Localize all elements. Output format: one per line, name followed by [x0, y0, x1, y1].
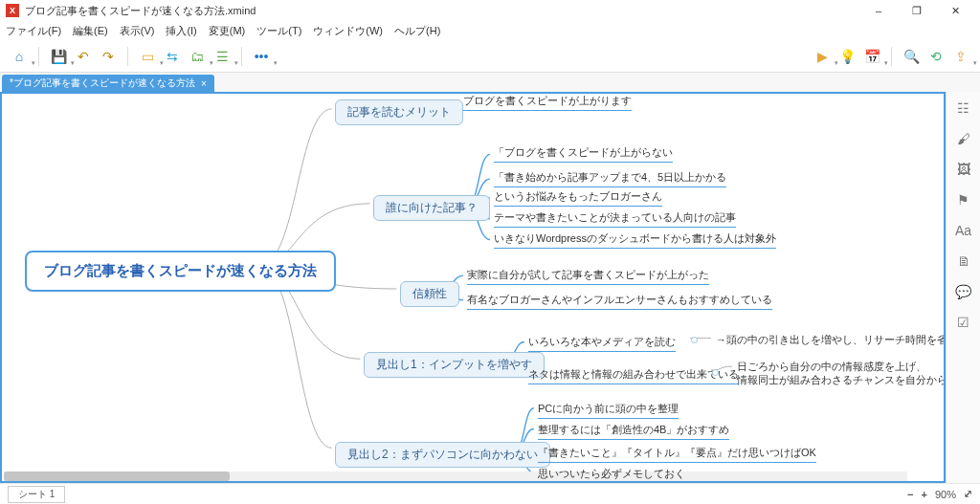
menu-file[interactable]: ファイル(F): [6, 24, 61, 38]
topic-trust[interactable]: 信頼性: [400, 281, 459, 307]
leaf[interactable]: 有名なブロガーさんやインフルエンサーさんもおすすめしている: [467, 293, 772, 310]
share-icon[interactable]: ⟲: [926, 47, 946, 66]
close-button[interactable]: ✕: [936, 0, 974, 21]
format-icon[interactable]: 🖌: [953, 128, 974, 149]
window-title: ブログ記事を書くスピードが速くなる方法.xmind: [25, 4, 256, 18]
relationship-icon[interactable]: ⇆: [163, 47, 182, 66]
more-icon[interactable]: •••: [252, 47, 271, 66]
document-tabs: *ブログ記事を書くスピードが速くなる方法 ×: [0, 73, 980, 92]
app-logo: X: [6, 4, 19, 17]
zoom-out-button[interactable]: −: [907, 489, 913, 500]
leaf[interactable]: 日ごろから自分の中の情報感度を上げ、: [737, 360, 926, 374]
export-icon[interactable]: ⇪: [951, 47, 970, 66]
menu-window[interactable]: ウィンドウ(W): [313, 24, 383, 38]
menu-edit[interactable]: 編集(E): [73, 24, 108, 38]
notes-icon[interactable]: 🗎: [953, 251, 974, 272]
status-bar: シート 1 − + 90% ⤢: [0, 483, 980, 504]
leaf[interactable]: 「書き始めから記事アップまで4、5日以上かかる: [494, 170, 726, 187]
leaf[interactable]: いきなりWordpressのダッシュボードから書ける人は対象外: [494, 231, 776, 249]
tab-label: *ブログ記事を書くスピードが速くなる方法: [10, 77, 195, 90]
topic-merit[interactable]: 記事を読むメリット: [335, 99, 463, 125]
leaf[interactable]: というお悩みをもったブロガーさん: [494, 189, 662, 207]
leaf[interactable]: ネタは情報と情報の組み合わせで出来ている: [528, 367, 739, 384]
menu-help[interactable]: ヘルプ(H): [394, 24, 440, 38]
collapse-dot[interactable]: [712, 369, 719, 376]
zoom-in-button[interactable]: +: [922, 489, 927, 500]
task-icon[interactable]: ☑: [953, 312, 974, 333]
leaf[interactable]: →頭の中の引き出しを増やし、リサーチ時間を省略・短縮する: [716, 333, 946, 347]
gantt-icon[interactable]: 📅: [862, 47, 881, 66]
maximize-button[interactable]: ❐: [898, 0, 936, 21]
menu-bar: ファイル(F) 編集(E) 表示(V) 挿入(I) 変更(M) ツール(T) ウ…: [0, 21, 980, 40]
menu-tool[interactable]: ツール(T): [256, 24, 301, 38]
separator: [891, 47, 892, 66]
leaf[interactable]: 実際に自分が試して記事を書くスピードが上がった: [467, 268, 709, 285]
leaf[interactable]: 「ブログを書くスピードが上がらない: [494, 145, 673, 163]
leaf[interactable]: 整理するには「創造性の4B」がおすすめ: [538, 423, 729, 440]
scrollbar-thumb[interactable]: [4, 471, 230, 481]
summary-icon[interactable]: ☰: [212, 47, 232, 66]
zoom-level: 90%: [935, 489, 956, 500]
zoom-fit-button[interactable]: ⤢: [964, 488, 972, 500]
menu-view[interactable]: 表示(V): [120, 24, 155, 38]
search-icon[interactable]: 🔍: [902, 47, 921, 66]
right-sidebar: ☷ 🖌 🖼 ⚑ Aa 🗎 💬 ☑: [946, 92, 980, 483]
separator: [127, 47, 128, 66]
separator: [38, 47, 39, 66]
leaf[interactable]: ブログを書くスピードが上がります: [463, 94, 632, 111]
tab-active[interactable]: *ブログ記事を書くスピードが速くなる方法 ×: [2, 75, 214, 92]
separator: [241, 47, 242, 66]
minimize-button[interactable]: –: [859, 0, 898, 21]
topic-target[interactable]: 誰に向けた記事？: [373, 195, 490, 221]
toolbar: ⌂ 💾 ↶ ↷ ▭ ⇆ 🗂 ☰ ••• ▶ 💡 📅 🔍 ⟲ ⇪: [0, 40, 980, 73]
tab-close-icon[interactable]: ×: [201, 78, 207, 89]
collapse-dot[interactable]: [691, 337, 698, 343]
presentation-icon[interactable]: ▶: [813, 47, 832, 66]
boundary-icon[interactable]: 🗂: [188, 47, 207, 66]
leaf[interactable]: 情報同士が組み合わさるチャンスを自分から作る: [737, 373, 946, 387]
topic-icon[interactable]: ▭: [138, 47, 157, 66]
image-icon[interactable]: 🖼: [953, 159, 974, 180]
marker-icon[interactable]: ⚑: [953, 189, 974, 210]
home-icon[interactable]: ⌂: [10, 47, 29, 66]
leaf[interactable]: 思いついたら必ずメモしておく: [538, 467, 685, 483]
leaf[interactable]: 『書きたいこと』『タイトル』『要点』だけ思いつけばOK: [538, 446, 816, 463]
root-topic[interactable]: ブログ記事を書くスピードが速くなる方法: [25, 251, 336, 292]
comments-icon[interactable]: 💬: [953, 281, 974, 302]
sheet-tab[interactable]: シート 1: [8, 486, 65, 503]
topic-heading1[interactable]: 見出し1：インプットを増やす: [364, 352, 545, 378]
menu-modify[interactable]: 変更(M): [209, 24, 246, 38]
outline-icon[interactable]: ☷: [953, 98, 974, 119]
leaf[interactable]: PCに向かう前に頭の中を整理: [538, 402, 679, 419]
leaf[interactable]: いろいろな本やメディアを読む: [528, 335, 676, 352]
mindmap-canvas[interactable]: ブログ記事を書くスピードが速くなる方法 記事を読むメリット ブログを書くスピード…: [0, 92, 946, 483]
leaf[interactable]: テーマや書きたいことが決まっている人向けの記事: [494, 210, 736, 228]
menu-insert[interactable]: 挿入(I): [166, 24, 196, 38]
topic-heading2[interactable]: 見出し2：まずパソコンに向かわない: [335, 442, 550, 468]
redo-icon[interactable]: ↷: [99, 47, 118, 66]
undo-icon[interactable]: ↶: [74, 47, 93, 66]
save-icon[interactable]: 💾: [49, 47, 68, 66]
horizontal-scrollbar[interactable]: [4, 471, 907, 481]
idea-icon[interactable]: 💡: [837, 47, 857, 66]
font-icon[interactable]: Aa: [953, 220, 974, 241]
